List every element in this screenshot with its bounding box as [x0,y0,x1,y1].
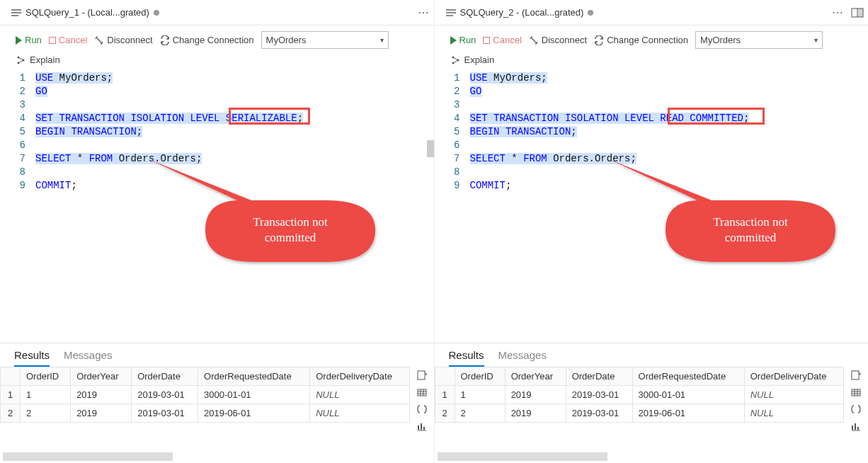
chevron-down-icon: ▾ [380,36,384,44]
horizontal-scrollbar[interactable] [0,450,434,463]
column-header[interactable]: OrderDeliveryDate [310,367,409,386]
run-button[interactable]: Run [450,35,476,45]
run-button[interactable]: Run [16,35,42,45]
code-area[interactable]: USE MyOrders;GOSET TRANSACTION ISOLATION… [470,69,869,343]
chart-icon[interactable] [850,421,862,432]
svg-rect-2 [11,15,18,16]
column-header[interactable]: OrderDate [566,367,632,386]
stop-icon [483,37,490,44]
disconnect-button[interactable]: Disconnect [529,35,587,45]
play-icon [16,36,22,45]
file-icon [11,8,21,16]
results-tab-bar: Results Messages [0,343,434,367]
explain-icon [16,55,25,65]
explain-button[interactable]: Explain [464,55,495,65]
table-row[interactable]: 1120192019-03-013000-01-01NULL [1,386,410,404]
results-grid[interactable]: OrderIDOrderYearOrderDateOrderRequestedD… [0,367,410,450]
code-editor[interactable]: 123456789 USE MyOrders;GOSET TRANSACTION… [435,69,869,343]
file-tab-title: SQLQuery_1 - (Local...grated) [25,7,149,18]
horizontal-scrollbar[interactable] [435,450,869,463]
line-gutter: 123456789 [0,69,35,343]
column-header[interactable]: OrderYear [505,367,566,386]
column-header[interactable]: OrderDate [132,367,198,386]
code-editor[interactable]: 123456789 USE MyOrders;GOSET TRANSACTION… [0,69,434,343]
cancel-button[interactable]: Cancel [483,35,521,45]
tab-results[interactable]: Results [449,349,484,367]
svg-rect-18 [852,389,860,396]
table-row[interactable]: 2220192019-03-012019-06-01NULL [435,404,844,423]
file-tab[interactable]: SQLQuery_1 - (Local...grated) [4,3,166,22]
line-gutter: 123456789 [435,69,470,343]
chevron-down-icon: ▾ [814,36,818,44]
disconnect-button[interactable]: Disconnect [94,35,152,45]
save-excel-icon[interactable] [850,387,862,398]
svg-rect-12 [858,8,863,17]
tab-messages[interactable]: Messages [64,349,112,367]
svg-rect-8 [446,9,456,11]
dirty-indicator-icon [154,10,159,16]
svg-rect-7 [418,389,426,396]
editor-toolbar: Run Cancel Disconnect Change Connection … [0,25,434,52]
column-header[interactable]: OrderID [455,367,505,386]
cancel-button[interactable]: Cancel [49,35,87,45]
svg-rect-9 [446,12,456,13]
save-csv-icon[interactable] [416,370,428,381]
more-actions-icon[interactable]: ⋯ [832,6,844,19]
more-actions-icon[interactable]: ⋯ [418,6,430,19]
file-tab[interactable]: SQLQuery_2 - (Local...grated) [439,3,601,22]
change-connection-button[interactable]: Change Connection [160,35,254,45]
tab-results[interactable]: Results [14,349,50,367]
chart-icon[interactable] [416,421,428,432]
split-editor-icon[interactable] [851,8,864,18]
tab-bar: SQLQuery_2 - (Local...grated) ⋯ [435,0,869,25]
change-connection-icon [594,35,604,45]
column-header[interactable]: OrderRequestedDate [632,367,744,386]
grid-action-bar [844,367,868,450]
minimap-scroll[interactable] [427,140,434,157]
svg-rect-17 [852,371,859,379]
save-json-icon[interactable] [416,404,428,415]
tab-messages[interactable]: Messages [498,349,547,367]
svg-rect-1 [11,12,21,13]
change-connection-button[interactable]: Change Connection [594,35,688,45]
svg-rect-0 [11,9,21,11]
save-excel-icon[interactable] [416,387,428,398]
save-csv-icon[interactable] [850,370,862,381]
play-icon [450,36,457,45]
column-header[interactable]: OrderID [21,367,71,386]
column-header[interactable]: OrderRequestedDate [198,367,310,386]
editor-toolbar: Run Cancel Disconnect Change Connection … [435,25,869,52]
file-tab-title: SQLQuery_2 - (Local...grated) [460,7,584,18]
code-area[interactable]: USE MyOrders;GOSET TRANSACTION ISOLATION… [35,69,434,343]
grid-action-bar [410,367,434,450]
column-header[interactable]: OrderDeliveryDate [744,367,843,386]
results-grid[interactable]: OrderIDOrderYearOrderDateOrderRequestedD… [435,367,845,450]
results-tab-bar: Results Messages [435,343,869,367]
database-select[interactable]: MyOrders ▾ [261,31,389,49]
disconnect-icon [529,35,539,45]
disconnect-icon [94,35,104,45]
table-row[interactable]: 2220192019-03-012019-06-01NULL [1,404,410,423]
save-json-icon[interactable] [850,404,862,415]
explain-icon [450,55,460,65]
file-icon [446,8,456,16]
svg-rect-10 [446,15,453,16]
svg-rect-6 [418,371,425,379]
change-connection-icon [160,35,170,45]
tab-bar: SQLQuery_1 - (Local...grated) ⋯ [0,0,434,25]
stop-icon [49,37,56,44]
dirty-indicator-icon [588,10,593,16]
column-header[interactable]: OrderYear [71,367,132,386]
table-row[interactable]: 1120192019-03-013000-01-01NULL [435,386,844,404]
database-select[interactable]: MyOrders ▾ [695,31,823,49]
explain-button[interactable]: Explain [30,55,60,65]
